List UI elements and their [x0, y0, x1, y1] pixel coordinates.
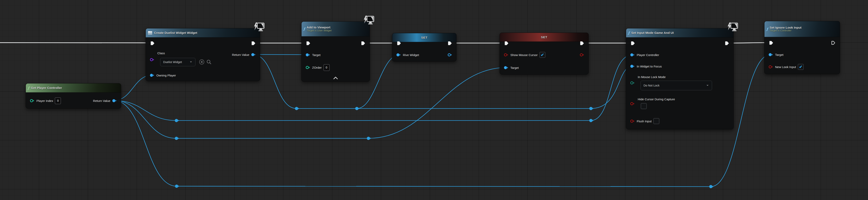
node-header-set-ignore-look-input[interactable]: ƒ Set Ignore Look Input Target is Contro…: [765, 21, 840, 37]
reroute-node-8[interactable]: [709, 185, 713, 188]
reset-to-default-icon[interactable]: [199, 59, 205, 65]
node-set-ignore-look-input[interactable]: ƒ Set Ignore Look Input Target is Contro…: [764, 21, 840, 74]
pin-label: Target: [510, 66, 519, 69]
node-title: Add to Viewport: [307, 26, 331, 29]
dropdown-duelist-widget[interactable]: Duelist Widget: [160, 58, 195, 66]
exec-out-pin[interactable]: [251, 40, 255, 46]
collapse-chevron-icon[interactable]: [333, 77, 338, 79]
pin-return-value[interactable]: Return Value: [232, 52, 256, 58]
client-only-monitor-lightning-icon: [727, 22, 738, 32]
node-set-input-mode-game-and-ui[interactable]: ƒ Set Input Mode Game And UI Player Cont…: [626, 28, 734, 129]
reroute-node-4[interactable]: [589, 119, 593, 122]
reroute-node-2[interactable]: [589, 107, 593, 110]
exec-in-pin[interactable]: [504, 40, 508, 46]
pin-label: Return Value: [93, 99, 110, 102]
pin-class[interactable]: [150, 57, 155, 63]
node-get-player-controller[interactable]: ƒ Get Player Controller Player Index0Ret…: [26, 83, 121, 108]
exec-in-pin[interactable]: [769, 40, 773, 46]
pin-in-mouse-lock-mode[interactable]: [630, 80, 635, 86]
data-wire-13: [114, 100, 177, 186]
blueprint-graph-canvas[interactable]: ƒ Get Player Controller Player Index0Ret…: [0, 0, 868, 200]
class-pin-tools: [199, 59, 212, 65]
reroute-node-7[interactable]: [175, 185, 179, 188]
node-subtitle: Target is Controller: [770, 29, 801, 32]
node-title: Create Duelist Widget Widget: [154, 31, 197, 35]
node-title: SET: [394, 36, 454, 39]
reroute-node-5[interactable]: [175, 137, 179, 140]
pin-show-mouse-cursor[interactable]: Show Mouse Cursor: [504, 52, 546, 58]
pin-rive-widget[interactable]: Rive Widget: [396, 52, 419, 58]
data-wire-10: [114, 100, 177, 138]
node-header-set-rive-widget[interactable]: SET: [392, 33, 456, 42]
pin-label: Owning Player: [156, 74, 176, 77]
node-header-add-to-viewport[interactable]: ƒ Add to Viewport Target is User Widget: [302, 22, 370, 36]
node-subtitle: Target is User Widget: [307, 29, 331, 32]
pin-out[interactable]: [447, 52, 452, 58]
pin-zorder[interactable]: ZOrder0: [306, 64, 330, 70]
pin-label: Flush Input: [637, 120, 652, 123]
exec-out-pin[interactable]: [831, 40, 835, 46]
pin-player-index[interactable]: Player Index0: [30, 98, 61, 104]
node-title: Set Input Mode Game And UI: [631, 31, 674, 35]
client-only-monitor-lightning-icon: [363, 15, 374, 25]
pin-target[interactable]: Target: [504, 65, 519, 71]
node-header-set-show-mouse-cursor[interactable]: SET: [500, 33, 588, 42]
client-only-monitor-lightning-icon: [253, 22, 265, 32]
function-icon: ƒ: [304, 27, 305, 31]
pin-label: New Look Input: [775, 65, 796, 69]
reroute-node-1[interactable]: [355, 107, 360, 110]
pin-label: Target: [775, 53, 783, 57]
pin-label: Target: [312, 53, 320, 57]
node-set-rive-widget[interactable]: SET Rive Widget: [392, 33, 457, 62]
checkbox-flush-input[interactable]: [653, 118, 659, 124]
exec-in-pin[interactable]: [150, 40, 155, 46]
node-header-set-input-mode-game-and-ui[interactable]: ƒ Set Input Mode Game And UI: [626, 28, 734, 37]
dropdown-do-not-lock[interactable]: Do Not Lock: [641, 81, 712, 90]
pin-target[interactable]: Target: [769, 52, 783, 58]
pin-label: Player Index: [36, 99, 53, 102]
pin-hide-cursor-during-capture[interactable]: [630, 101, 635, 107]
node-add-to-viewport[interactable]: ƒ Add to Viewport Target is User Widget …: [301, 22, 370, 82]
corner-indicator: [727, 22, 738, 33]
pin-target[interactable]: Target: [306, 52, 320, 58]
exec-in-pin[interactable]: [397, 40, 401, 46]
exec-out-pin[interactable]: [580, 40, 584, 46]
value-box-zorder[interactable]: 0: [323, 64, 330, 71]
checkbox-hide-cursor-during-capture[interactable]: [641, 103, 647, 109]
node-title: Get Player Controller: [31, 86, 62, 90]
dropdown-value: Do Not Lock: [644, 84, 659, 87]
pin-owning-player[interactable]: Owning Player: [150, 72, 176, 78]
node-title: SET: [502, 35, 587, 39]
reroute-node-6[interactable]: [367, 137, 371, 140]
node-create-duelist-widget-widget[interactable]: Create Duelist Widget Widget Class Dueli…: [146, 28, 260, 81]
pin-in-widget-to-focus[interactable]: In Widget to Focus: [630, 63, 662, 69]
data-wire-14: [177, 186, 711, 187]
pin-label-hide-cursor-during-capture: Hide Cursor During Capture: [638, 98, 675, 101]
value-box-player-index[interactable]: 0: [55, 98, 61, 104]
pin-label: Rive Widget: [403, 53, 419, 57]
exec-in-pin[interactable]: [630, 40, 635, 46]
node-title: Set Ignore Look Input: [770, 26, 801, 29]
pin-out[interactable]: [580, 52, 585, 58]
reroute-node-3[interactable]: [175, 119, 179, 122]
exec-in-pin[interactable]: [306, 40, 310, 46]
checkbox-new-look-input[interactable]: [798, 64, 804, 70]
node-header-create-duelist-widget-widget[interactable]: Create Duelist Widget Widget: [146, 28, 260, 37]
pin-flush-input[interactable]: Flush Input: [630, 118, 659, 124]
node-header-get-player-controller[interactable]: ƒ Get Player Controller: [26, 84, 121, 93]
exec-out-pin[interactable]: [725, 40, 729, 46]
pin-return-value[interactable]: Return Value: [93, 98, 117, 104]
expand-advanced-chevron[interactable]: [333, 76, 338, 80]
node-set-show-mouse-cursor[interactable]: SET Show Mouse Cursor Target: [500, 33, 589, 74]
pin-label: Player Controller: [637, 53, 659, 57]
exec-out-pin[interactable]: [447, 40, 452, 46]
pin-label: Show Mouse Cursor: [510, 53, 538, 57]
corner-indicator: [363, 15, 374, 26]
search-asset-icon[interactable]: [206, 59, 212, 65]
pin-new-look-input[interactable]: New Look Input: [769, 64, 804, 70]
exec-out-pin[interactable]: [361, 40, 365, 46]
reroute-node-0[interactable]: [295, 107, 299, 110]
pin-label-class: Class: [157, 52, 165, 55]
checkbox-show-mouse-cursor[interactable]: [539, 52, 546, 58]
pin-player-controller[interactable]: Player Controller: [630, 52, 659, 58]
